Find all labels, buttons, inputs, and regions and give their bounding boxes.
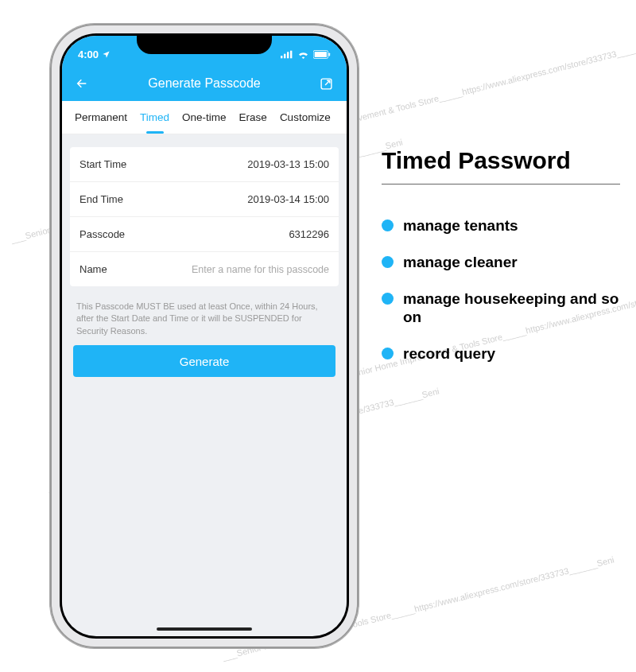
start-time-row[interactable]: Start Time 2019-03-13 15:00 (70, 147, 339, 182)
bullet-text: manage housekeeping and so on (403, 289, 620, 328)
tab-permanent[interactable]: Permanent (68, 101, 134, 134)
status-time-area: 4:00 (78, 49, 111, 60)
external-link-icon (320, 77, 333, 91)
share-button[interactable] (318, 75, 335, 92)
app-header: Generate Passcode (62, 66, 347, 101)
phone-bezel: 4:00 Generate Passcode Pe (60, 33, 349, 639)
bullet-dot-icon (382, 348, 394, 359)
phone-screen: 4:00 Generate Passcode Pe (62, 36, 347, 636)
list-item: manage tenants (382, 216, 620, 235)
tab-bar: Permanent Timed One-time Erase Customize (62, 101, 347, 134)
svg-rect-3 (290, 50, 292, 58)
end-time-row[interactable]: End Time 2019-03-14 15:00 (70, 182, 339, 217)
bullet-text: manage tenants (403, 216, 518, 235)
passcode-note: This Passcode MUST BE used at least Once… (76, 301, 332, 337)
phone-frame: 4:00 Generate Passcode Pe (50, 24, 359, 648)
bullet-dot-icon (382, 219, 394, 231)
form-card: Start Time 2019-03-13 15:00 End Time 201… (70, 147, 339, 286)
status-icons (281, 50, 331, 59)
end-time-value: 2019-03-14 15:00 (247, 193, 329, 205)
status-time: 4:00 (78, 49, 99, 60)
list-item: manage housekeeping and so on (382, 289, 620, 328)
wifi-icon (297, 50, 309, 59)
bullet-text: record query (403, 344, 495, 363)
name-input[interactable]: Enter a name for this passcode (192, 264, 329, 275)
list-item: record query (382, 344, 620, 363)
start-time-value: 2019-03-13 15:00 (247, 158, 329, 170)
bullet-dot-icon (382, 256, 394, 268)
svg-rect-5 (315, 52, 327, 57)
svg-rect-0 (281, 56, 282, 58)
passcode-row: Passcode 6312296 (70, 217, 339, 252)
svg-rect-6 (328, 52, 330, 56)
back-button[interactable] (73, 75, 91, 92)
svg-rect-2 (287, 52, 289, 58)
generate-button[interactable]: Generate (73, 345, 335, 377)
marketing-panel: Timed Password manage tenants manage cle… (382, 147, 620, 381)
bullet-dot-icon (382, 293, 394, 305)
name-label: Name (80, 263, 107, 275)
passcode-value: 6312296 (289, 228, 329, 240)
bullet-text: manage cleaner (403, 253, 518, 272)
signal-icon (281, 50, 293, 59)
end-time-label: End Time (80, 193, 123, 205)
tab-customize[interactable]: Customize (273, 101, 337, 134)
tab-timed[interactable]: Timed (134, 101, 176, 134)
passcode-label: Passcode (80, 228, 125, 240)
location-icon (102, 50, 111, 59)
marketing-bullet-list: manage tenants manage cleaner manage hou… (382, 216, 620, 363)
home-indicator[interactable] (157, 627, 252, 631)
marketing-title: Timed Password (382, 147, 620, 174)
list-item: manage cleaner (382, 253, 620, 272)
tab-erase[interactable]: Erase (233, 101, 273, 134)
marketing-divider (382, 184, 620, 185)
battery-icon (313, 50, 331, 59)
phone-notch (137, 33, 272, 54)
start-time-label: Start Time (80, 158, 126, 170)
name-row[interactable]: Name Enter a name for this passcode (70, 252, 339, 286)
back-arrow-icon (74, 77, 90, 90)
tab-one-time[interactable]: One-time (176, 101, 233, 134)
svg-rect-1 (284, 53, 285, 58)
page-title: Generate Passcode (148, 76, 260, 91)
